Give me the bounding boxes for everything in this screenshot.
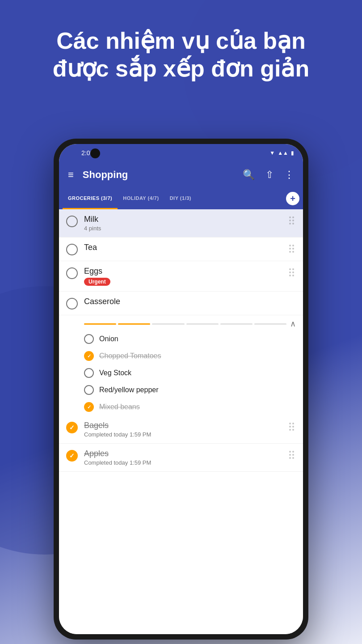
progress-seg: [186, 323, 219, 325]
list-item: Casserole: [59, 292, 303, 315]
pepper-checkbox[interactable]: [84, 385, 94, 395]
sub-item: Red/yellow pepper: [59, 381, 303, 398]
bagels-name: Bagels: [84, 421, 287, 430]
list-item: Eggs Urgent: [59, 261, 303, 292]
progress-seg: [84, 323, 116, 325]
progress-seg: [118, 323, 150, 325]
milk-checkbox[interactable]: [66, 216, 78, 227]
milk-name: Milk: [84, 215, 287, 224]
phone-frame: 2:00 ▼ ▲▲ ▮ ≡ Shopping 🔍 ⇧ ⋮ GROCERIES (…: [54, 139, 308, 640]
list-content: Milk 4 pints Tea: [59, 209, 303, 634]
bagels-content: Bagels Completed today 1:59 PM: [84, 421, 287, 438]
veg-stock-checkbox[interactable]: [84, 368, 94, 378]
eggs-checkbox[interactable]: [66, 267, 78, 279]
chevron-up-icon[interactable]: ∧: [290, 319, 296, 329]
search-icon[interactable]: 🔍: [241, 167, 257, 182]
apples-name: Apples: [84, 449, 287, 458]
app-bar: ≡ Shopping 🔍 ⇧ ⋮: [59, 162, 303, 188]
wifi-icon: ▼: [269, 150, 275, 156]
eggs-name: Eggs: [84, 267, 287, 276]
share-icon[interactable]: ⇧: [264, 167, 275, 182]
sub-item: Mixed beans: [59, 398, 303, 415]
drag-handle[interactable]: [287, 451, 296, 459]
menu-icon[interactable]: ≡: [66, 167, 76, 182]
drag-handle[interactable]: [287, 423, 296, 431]
eggs-content: Eggs Urgent: [84, 267, 287, 286]
headline: Các nhiệm vụ của bạn được sắp xếp đơn gi…: [0, 27, 362, 83]
chopped-tomatoes-name: Chopped Tomatoes: [99, 352, 161, 360]
headline-line2: được sắp xếp đơn giản: [18, 55, 344, 82]
milk-subtitle: 4 pints: [84, 225, 287, 232]
urgent-badge: Urgent: [84, 278, 110, 286]
progress-area: ∧: [59, 315, 303, 330]
casserole-content: Casserole: [84, 297, 296, 306]
mixed-beans-checkbox[interactable]: [84, 402, 94, 412]
apples-subtitle: Completed today 1:59 PM: [84, 459, 287, 466]
tabs-bar: GROCERIES (3/7) HOLIDAY (4/7) DIY (1/3) …: [59, 188, 303, 209]
apples-checkbox[interactable]: [66, 450, 78, 462]
list-item: Apples Completed today 1:59 PM: [59, 444, 303, 472]
drag-handle[interactable]: [287, 268, 296, 276]
tea-content: Tea: [84, 243, 287, 252]
signal-icon: ▲▲: [278, 150, 288, 156]
sub-item: Veg Stock: [59, 364, 303, 381]
phone-screen: 2:00 ▼ ▲▲ ▮ ≡ Shopping 🔍 ⇧ ⋮ GROCERIES (…: [59, 144, 303, 634]
status-icons: ▼ ▲▲ ▮: [269, 150, 294, 156]
tea-checkbox[interactable]: [66, 244, 78, 255]
milk-content: Milk 4 pints: [84, 215, 287, 232]
progress-seg: [254, 323, 286, 325]
battery-icon: ▮: [291, 150, 294, 156]
bagels-subtitle: Completed today 1:59 PM: [84, 431, 287, 438]
tab-holiday[interactable]: HOLIDAY (4/7): [118, 188, 164, 209]
add-tab-button[interactable]: +: [286, 192, 299, 205]
progress-seg: [152, 323, 184, 325]
casserole-name: Casserole: [84, 297, 296, 306]
camera: [90, 148, 100, 158]
veg-stock-name: Veg Stock: [99, 369, 131, 377]
tea-name: Tea: [84, 243, 287, 252]
bagels-checkbox[interactable]: [66, 422, 78, 433]
casserole-sublist: ∧ Onion Chopped Tomatoes Veg Stock Red/y…: [59, 315, 303, 415]
drag-handle[interactable]: [287, 216, 296, 225]
onion-name: Onion: [99, 335, 118, 343]
list-item: Tea: [59, 237, 303, 261]
app-bar-title: Shopping: [83, 169, 234, 181]
drag-handle[interactable]: [287, 245, 296, 253]
casserole-checkbox[interactable]: [66, 298, 78, 309]
chopped-tomatoes-checkbox[interactable]: [84, 351, 94, 361]
list-item: Milk 4 pints: [59, 209, 303, 237]
onion-checkbox[interactable]: [84, 334, 94, 344]
sub-item: Onion: [59, 330, 303, 347]
list-item: Bagels Completed today 1:59 PM: [59, 415, 303, 444]
apples-content: Apples Completed today 1:59 PM: [84, 449, 287, 466]
pepper-name: Red/yellow pepper: [99, 386, 159, 394]
more-icon[interactable]: ⋮: [282, 167, 296, 182]
sub-item: Chopped Tomatoes: [59, 347, 303, 364]
headline-line1: Các nhiệm vụ của bạn: [18, 27, 344, 55]
tab-groceries[interactable]: GROCERIES (3/7): [63, 188, 118, 209]
progress-seg: [220, 323, 253, 325]
tab-diy[interactable]: DIY (1/3): [164, 188, 197, 209]
mixed-beans-name: Mixed beans: [99, 403, 140, 411]
